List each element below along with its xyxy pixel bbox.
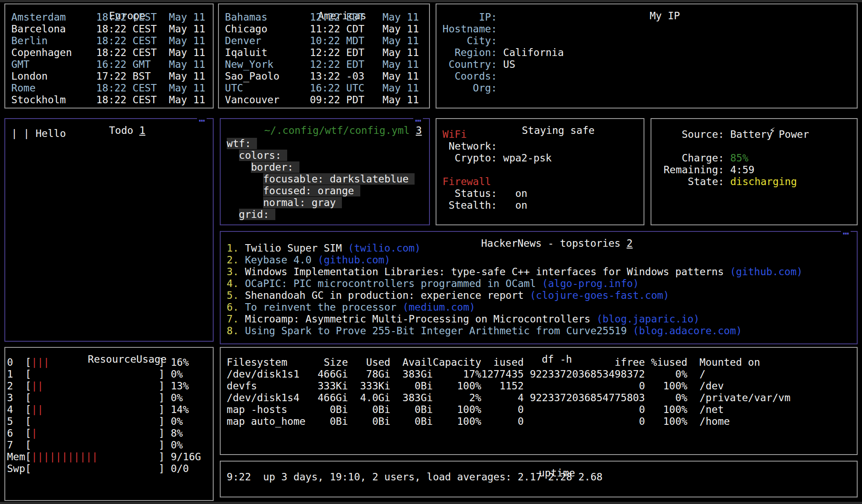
clock-city: Bahamas	[225, 11, 310, 23]
panel-clocks-americas: Americas Bahamas12:22EDTMay 11 Chicago11…	[218, 4, 430, 108]
gauge-value: 13%	[171, 380, 189, 392]
df-used: 0Bi	[348, 404, 391, 416]
ip-info-row: Country:US	[443, 59, 857, 70]
story-domain-link[interactable]: (github.com)	[318, 254, 391, 266]
df-iused: 0	[481, 404, 524, 416]
df-capacity: 100%	[433, 416, 482, 427]
clock-row: New_York12:22EDTMay 11	[225, 59, 429, 70]
clock-timezone: MDT	[346, 35, 376, 47]
clock-timezone: EDT	[346, 11, 376, 23]
clock-city: Berlin	[11, 35, 96, 47]
config-line: normal: gray	[227, 197, 429, 209]
clock-city: Amsterdam	[11, 11, 96, 23]
config-line: focused: orange	[227, 185, 429, 197]
config-line: grid:	[227, 209, 429, 220]
df-used: 4.0Gi	[348, 392, 391, 404]
df-ifree: 9223372036853498372	[524, 368, 645, 380]
story-domain-link[interactable]: (twilio.com)	[348, 242, 421, 254]
clock-date: May 11	[383, 11, 419, 23]
clock-row: Bahamas12:22EDTMay 11	[225, 11, 429, 23]
config-indent	[227, 150, 239, 161]
story-domain-link[interactable]: (blog.adacore.com)	[633, 325, 742, 336]
clock-city: London	[11, 70, 96, 82]
df-ifree: 0	[524, 416, 645, 427]
disk-table-header: FilesystemSizeUsedAvailCapacityiusedifre…	[227, 357, 857, 368]
ip-info-row: Org:	[443, 82, 857, 94]
story-title[interactable]: Microamp: Asymmetric Multi-Processing on…	[245, 313, 590, 325]
story-domain-link[interactable]: (medium.com)	[402, 301, 475, 313]
gauge-value: 0%	[171, 416, 183, 427]
ip-info-row: Coords:	[443, 70, 857, 82]
config-line-text: grid:	[239, 209, 275, 220]
ip-info-list: IP: Hostname: City: Region:California Co…	[436, 4, 857, 94]
story-domain-link[interactable]: (github.com)	[730, 266, 802, 277]
clock-timezone: -03	[346, 70, 376, 82]
clock-time: 09:22	[310, 94, 340, 106]
wtf-dashboard: Europe Amsterdam18:22CESTMay 11 Barcelon…	[0, 0, 862, 504]
panel-battery: ⚡ Source:Battery Power Charge:85% Remain…	[651, 118, 858, 225]
clock-time: 16:22	[310, 82, 340, 94]
clock-time: 18:22	[96, 82, 127, 94]
clock-timezone: CEST	[133, 23, 163, 35]
df-iused: 1152	[481, 380, 524, 392]
gauge-value: 0%	[171, 439, 183, 451]
hackernews-story[interactable]: 5.Shenandoah GC in production: experienc…	[227, 290, 857, 301]
gauge-value: 0%	[171, 368, 183, 380]
story-domain-link[interactable]: (clojure-goes-fast.com)	[530, 290, 669, 301]
clock-time: 18:22	[96, 94, 127, 106]
ip-info-label: Hostname:	[443, 23, 497, 35]
clock-time: 11:22	[310, 23, 340, 35]
config-indent	[227, 173, 263, 185]
hackernews-story[interactable]: 6.To reinvent the processor(medium.com)	[227, 301, 857, 313]
story-title[interactable]: Keybase 4.0	[245, 254, 311, 266]
story-domain-link[interactable]: (blog.japaric.io)	[597, 313, 700, 325]
story-title[interactable]: To reinvent the processor	[245, 301, 396, 313]
todo-checkbox[interactable]: | |	[11, 128, 30, 139]
clock-time: 10:22	[310, 35, 340, 47]
hackernews-story[interactable]: 1.Twilio Super SIM(twilio.com)	[227, 242, 857, 254]
hackernews-story[interactable]: 8.Using Spark to Prove 255-Bit Integer A…	[227, 325, 857, 337]
clock-row: Iqaluit12:22EDTMay 11	[225, 47, 429, 59]
clock-timezone: CDT	[346, 23, 376, 35]
hackernews-story[interactable]: 2.Keybase 4.0(github.com)	[227, 254, 857, 266]
resource-gauge-row: Swp[]0/0	[7, 463, 213, 475]
hackernews-story[interactable]: 3.Windows Implementation Libraries: type…	[227, 266, 857, 278]
panel-my-ip: My IP IP: Hostname: City: Region:Califor…	[436, 4, 858, 108]
ip-info-value: California	[503, 47, 563, 58]
story-domain-link[interactable]: (algo-prog.info)	[542, 278, 639, 289]
story-title[interactable]: Shenandoah GC in production: experience …	[245, 290, 524, 301]
gauge-value: 0/0	[171, 463, 189, 474]
df-mount-point: /	[700, 368, 706, 380]
gauge-bars: ||	[31, 404, 158, 416]
battery-info-value: 85%	[730, 152, 749, 164]
df-used: 78Gi	[348, 368, 391, 380]
story-rank: 6.	[227, 301, 239, 313]
security-status-line	[443, 164, 644, 176]
battery-info-value: discharging	[730, 176, 797, 187]
df-iused: 4	[481, 392, 524, 404]
panel-hackernews[interactable]: HackerNews - topstories 2 … 1.Twilio Sup…	[220, 231, 858, 344]
gauge-bars: |	[31, 427, 158, 439]
story-title[interactable]: OCaPIC: PIC microcontrollers programmed …	[245, 278, 536, 289]
df-size: 0Bi	[306, 416, 348, 427]
panel-todo[interactable]: Todo 1 … | | Hello	[4, 118, 214, 342]
story-title[interactable]: Windows Implementation Libraries: type-s…	[245, 266, 724, 277]
config-indent	[227, 185, 263, 196]
df-ifree: 0	[524, 380, 645, 392]
ip-info-row: Hostname:	[443, 23, 857, 35]
hackernews-story[interactable]: 7.Microamp: Asymmetric Multi-Processing …	[227, 313, 857, 325]
ip-info-row: IP:	[443, 11, 857, 23]
security-status-list: WiFi Network: Crypto: wpa2-psk Firewall …	[436, 119, 644, 211]
story-title[interactable]: Using Spark to Prove 255-Bit Integer Ari…	[245, 325, 626, 336]
ip-info-label: IP:	[443, 11, 497, 23]
security-status-line: Crypto: wpa2-psk	[443, 152, 644, 164]
df-avail: 383Gi	[391, 392, 433, 404]
clock-city: Rome	[11, 82, 96, 94]
panel-config-file[interactable]: ~/.config/wtf/config.yml 3 … wtf: colors…	[220, 118, 430, 225]
story-rank: 3.	[227, 266, 239, 278]
story-title[interactable]: Twilio Super SIM	[245, 242, 342, 254]
hackernews-story[interactable]: 4.OCaPIC: PIC microcontrollers programme…	[227, 278, 857, 290]
clock-row: Berlin18:22CESTMay 11	[11, 35, 213, 47]
clock-row: GMT16:22GMTMay 11	[11, 59, 213, 70]
todo-item[interactable]: | | Hello	[11, 128, 213, 140]
